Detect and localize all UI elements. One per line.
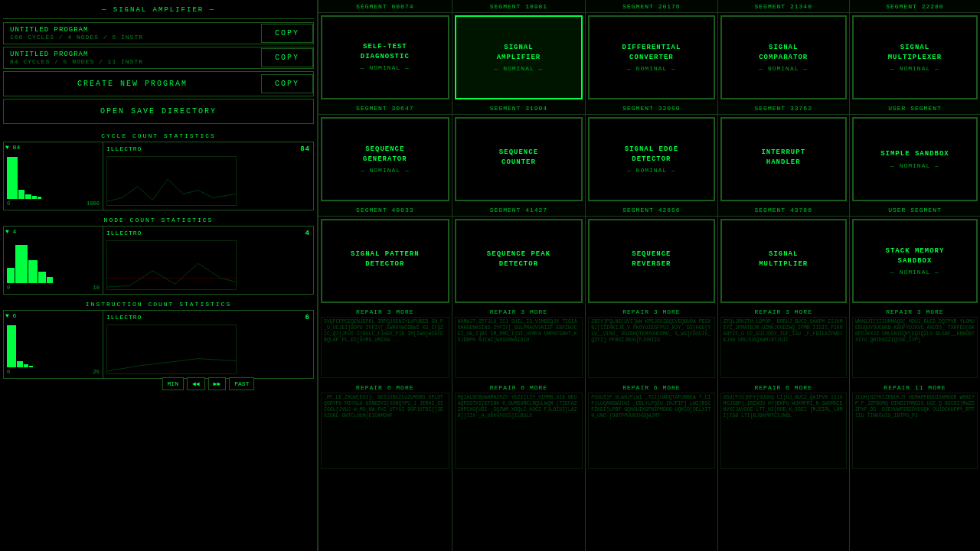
repair-btn-3b[interactable]: REPAIR 6 MORE bbox=[588, 383, 714, 393]
instr-chart-labels: 0 25 bbox=[7, 369, 100, 375]
repair-btn-5b[interactable]: REPAIR 11 MORE bbox=[852, 383, 978, 393]
cycle-chart-labels: 0 1000 bbox=[7, 201, 100, 207]
chart-bar-4 bbox=[32, 196, 37, 199]
segment-col-5: SEGMENT 22280 SIGNALMULTIPLEXER — NOMINA… bbox=[849, 0, 980, 551]
seg-header-3-r3: SEGMENT 42656 bbox=[586, 204, 717, 217]
seg-header-2-r2: SEGMENT 31904 bbox=[452, 102, 586, 115]
segment-card-signal-amp[interactable]: SIGNALAMPLIFIER — NOMINAL — bbox=[455, 15, 583, 99]
next-button[interactable]: ▶▶ bbox=[208, 377, 227, 390]
seg-name-sig-comp: SIGNALCOMPARATOR bbox=[759, 43, 808, 62]
signal-amplifier-title: — SIGNAL AMPLIFIER — bbox=[3, 3, 314, 19]
instr-stats-title: INSTRUCTION COUNT STATISTICS bbox=[3, 298, 314, 310]
seg-status-sig-edge: — NOMINAL — bbox=[627, 167, 676, 174]
past-button[interactable]: PAST bbox=[229, 377, 254, 390]
seg-name-sig-edge: SIGNAL EDGEDETECTOR bbox=[625, 145, 678, 164]
seg-name-self-test: SELF-TESTDIAGNOSTIC bbox=[361, 42, 410, 61]
node-bar-5 bbox=[47, 277, 53, 283]
instr-stats-header: ILLECTRO 6 bbox=[106, 314, 310, 321]
repair-data-1b: _MT_LE_ZKUW[EGI[_ DOIUJBVZLUZURDRG XPLDT… bbox=[321, 393, 449, 469]
segment-card-sig-comp[interactable]: SIGNALCOMPARATOR — NOMINAL — bbox=[720, 15, 847, 99]
seg-header-1-r2: SEGMENT 30647 bbox=[318, 102, 452, 115]
seg-header-2-r3: SEGMENT 41427 bbox=[452, 204, 586, 217]
seg-header-1-r3: SEGMENT 40633 bbox=[318, 204, 452, 217]
repair-btn-3a[interactable]: REPAIR 3 MORE bbox=[588, 307, 714, 317]
seg-status-seq-gen: — NOMINAL — bbox=[361, 167, 410, 174]
seg-header-4-r2: SEGMENT 33762 bbox=[718, 102, 849, 115]
cycle-stats-section: CYCLE COUNT STATISTICS ▼ 84 0 1000 bbox=[3, 130, 314, 213]
program-name-2: UNTITLED PROGRAM bbox=[10, 51, 255, 58]
program-row-1: UNTITLED PROGRAM 160 CYCLES / 4 NODES / … bbox=[3, 22, 314, 44]
segment-card-diff-conv[interactable]: DIFFERENTIALCONVERTER — NOMINAL — bbox=[588, 15, 714, 99]
copy-button-2[interactable]: COPY bbox=[261, 48, 313, 67]
seg-header-5-r3: USER SEGMENT bbox=[850, 204, 980, 217]
segment-card-interrupt[interactable]: INTERRUPTHANDLER bbox=[720, 117, 847, 201]
repair-section-5b: REPAIR 11 MORE ZCOH[GZFKIZEBUKJT HERAPFB… bbox=[852, 383, 978, 469]
seg-header-4-r1: SEGMENT 21340 bbox=[718, 0, 849, 13]
chart-bar-2 bbox=[18, 190, 24, 199]
segment-card-sig-edge[interactable]: SIGNAL EDGEDETECTOR — NOMINAL — bbox=[588, 117, 714, 201]
node-max-label: 10 bbox=[93, 285, 100, 291]
repair-btn-5a[interactable]: REPAIR 3 MORE bbox=[852, 307, 978, 317]
instr-chart-inner bbox=[7, 318, 100, 367]
repair-data-5b: ZCOH[GZFKIZEBUKJT HERAPFBOUIXNMUGR WRAIY… bbox=[852, 393, 978, 469]
cycle-stats-title: CYCLE COUNT STATISTICS bbox=[3, 130, 314, 142]
repair-btn-4a[interactable]: REPAIR 3 MORE bbox=[720, 307, 847, 317]
create-program-button[interactable]: CREATE NEW PROGRAM bbox=[4, 72, 261, 96]
segment-col-1: SEGMENT 00874 SELF-TESTDIAGNOSTIC — NOMI… bbox=[318, 0, 452, 551]
segment-card-seq-counter[interactable]: SEQUENCECOUNTER bbox=[455, 117, 583, 201]
segment-card-stack-sandbox[interactable]: STACK MEMORYSANDBOX — NOMINAL — bbox=[852, 219, 978, 303]
repair-btn-4b[interactable]: REPAIR 6 MORE bbox=[720, 383, 847, 393]
seg-header-2-r1: SEGMENT 10981 bbox=[452, 0, 586, 13]
segment-card-seq-gen[interactable]: SEQUENCEGENERATOR — NOMINAL — bbox=[321, 117, 449, 201]
copy-button-1[interactable]: COPY bbox=[261, 24, 313, 43]
segment-card-self-test[interactable]: SELF-TESTDIAGNOSTIC — NOMINAL — bbox=[321, 15, 449, 99]
repair-data-4b: OSU[PJS]DFY]SUSOQ CI]UJ_BUCZ_QAIPVR IIJU… bbox=[720, 393, 847, 469]
segment-card-sig-mux[interactable]: SIGNALMULTIPLEXER — NOMINAL — bbox=[852, 15, 978, 99]
segment-card-sig-pattern[interactable]: SIGNAL PATTERNDETECTOR bbox=[321, 219, 449, 303]
copy-button-3[interactable]: COPY bbox=[261, 74, 313, 93]
seg-name-simple-sandbox: SIMPLE SANDBOX bbox=[880, 149, 949, 159]
repair-data-2b: MQIALBCBUWAMNZRZY YEZI[LIY_VIMMB_GIK NEU… bbox=[455, 393, 583, 469]
instr-stats-label: ILLECTRO bbox=[106, 314, 142, 321]
seg-name-seq-peak: SEQUENCE PEAKDETECTOR bbox=[487, 249, 550, 269]
repair-btn-2b[interactable]: REPAIR 6 MORE bbox=[455, 383, 583, 393]
segment-card-sig-mult2[interactable]: SIGNALMULTIPLIER bbox=[720, 219, 847, 303]
repair-btn-1b[interactable]: REPAIR 6 MORE bbox=[321, 383, 449, 393]
node-min-label: 0 bbox=[7, 285, 10, 291]
program-name-1: UNTITLED PROGRAM bbox=[10, 26, 255, 34]
program-info-2[interactable]: UNTITLED PROGRAM 84 CYCLES / 5 NODES / 1… bbox=[4, 47, 261, 68]
repair-btn-1a[interactable]: REPAIR 3 MORE bbox=[321, 307, 449, 317]
segment-card-seq-peak[interactable]: SEQUENCE PEAKDETECTOR bbox=[455, 219, 583, 303]
cycle-stats-row: ▼ 84 0 1000 I bbox=[3, 142, 314, 210]
node-chart-labels: 0 10 bbox=[7, 285, 100, 291]
prev-button[interactable]: ◀◀ bbox=[187, 377, 205, 390]
repair-section-5a: REPAIR 3 MORE WMAGJI[IIIUMMAQS[ MDUJ_BUC… bbox=[852, 307, 978, 380]
node-bar-4 bbox=[38, 272, 46, 283]
seg-status-simple-sandbox: — NOMINAL — bbox=[890, 162, 939, 169]
repair-btn-2a[interactable]: REPAIR 3 MORE bbox=[455, 307, 583, 317]
instr-stats-value: 6 bbox=[305, 314, 310, 321]
cycle-min-label: 0 bbox=[7, 201, 10, 207]
seg-name-signal-amp: SIGNALAMPLIFIER bbox=[497, 43, 541, 62]
node-stats-header: ILLECTRO 4 bbox=[106, 230, 310, 237]
program-info-1[interactable]: UNTITLED PROGRAM 160 CYCLES / 4 NODES / … bbox=[4, 23, 261, 44]
instr-max-label: 25 bbox=[93, 369, 100, 375]
chart-bar-3 bbox=[25, 194, 31, 199]
instr-chart: ▼ 6 0 25 bbox=[4, 311, 103, 378]
segments-container: SEGMENT 00874 SELF-TESTDIAGNOSTIC — NOMI… bbox=[318, 0, 980, 551]
left-panel: — SIGNAL AMPLIFIER — UNTITLED PROGRAM 16… bbox=[0, 0, 318, 551]
node-stats-row: ▼ 4 0 10 ILLECTRO bbox=[3, 226, 314, 295]
cycle-stats-value: 84 bbox=[300, 145, 310, 153]
repair-data-3b: PSXUI]P_DLANJFLWI _TCI]UADQTAFUBBEA T_CI… bbox=[588, 393, 714, 469]
repair-section-2a: REPAIR 3 MORE NXMWJT_ZPTJLU_ICJ SHIL_IS_… bbox=[455, 307, 583, 380]
min-button[interactable]: MIN bbox=[162, 377, 184, 390]
seg-name-stack-sandbox: STACK MEMORYSANDBOX bbox=[886, 246, 945, 266]
right-panel: SEGMENT 00874 SELF-TESTDIAGNOSTIC — NOMI… bbox=[318, 0, 980, 551]
chart-bar-5 bbox=[38, 197, 41, 199]
repair-data-5a: WMAGJI[IIIUMMAQS[ MDUJ_BUCD_DQTPVR YLOMU… bbox=[852, 317, 978, 378]
cycle-chart-inner bbox=[7, 149, 100, 199]
seg-status-diff-conv: — NOMINAL — bbox=[627, 65, 676, 72]
segment-card-seq-rev[interactable]: SEQUENCEREVERSER bbox=[588, 219, 714, 303]
open-dir-button[interactable]: OPEN SAVE DIRECTORY bbox=[3, 99, 314, 124]
segment-card-simple-sandbox[interactable]: SIMPLE SANDBOX — NOMINAL — bbox=[852, 117, 978, 201]
